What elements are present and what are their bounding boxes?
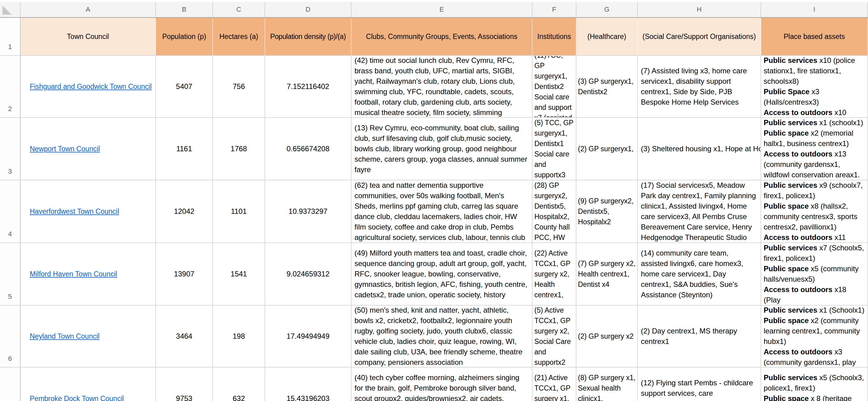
social-care-text: (12) Flying start Pembs - childcare supp… xyxy=(638,377,761,401)
header-population[interactable]: Population (p) xyxy=(156,18,213,56)
council-hyperlink[interactable]: Milford Haven Town Council xyxy=(30,269,117,279)
cell-population-row4[interactable]: 12042 xyxy=(156,180,213,243)
cell-social-care-row3[interactable]: (3) Sheltered housing x1, Hope at Hor xyxy=(638,118,761,180)
asset-segment: Public space x 8 (heritage visitor centr… xyxy=(764,393,865,401)
cell-social-care-row2[interactable]: (7) Assisted living x3, home care servic… xyxy=(638,56,761,118)
column-header-d[interactable]: D xyxy=(265,2,351,17)
cell-clubs-row3[interactable]: (13) Rev Cymru, eco-community, boat club… xyxy=(351,118,532,180)
header-clubs[interactable]: Clubs, Community Groups, Events, Associa… xyxy=(351,18,532,56)
row-number-2[interactable]: 2 xyxy=(0,56,21,118)
cell-density-row6[interactable]: 17.49494949 xyxy=(265,306,351,368)
cell-healthcare-row7[interactable]: (8) GP surgery x1, Sexual health clinicx… xyxy=(577,368,638,401)
cell-clubs-row4[interactable]: (62) tea and natter dementia supportive … xyxy=(351,180,532,243)
cell-institutions-row6[interactable]: (5) Active TCCx1, GP surgery x2, Social … xyxy=(532,306,577,368)
cell-hectares-row4[interactable]: 1101 xyxy=(213,180,265,243)
council-hyperlink[interactable]: Fishguard and Goodwick Town Council xyxy=(30,81,152,92)
column-header-g[interactable]: G xyxy=(577,2,638,17)
cell-council-row7[interactable]: Pembroke Dock Town Council xyxy=(21,368,156,401)
asset-segment: Public space x2 (memorial hallx1, busine… xyxy=(764,128,865,149)
header-healthcare[interactable]: (Healthcare) xyxy=(577,18,638,56)
healthcare-text: (2) GP surgeryx1, xyxy=(577,143,637,155)
row-number-1[interactable]: 1 xyxy=(0,18,21,56)
column-header-h[interactable]: H xyxy=(638,2,761,17)
cell-council-row3[interactable]: Newport Town Council xyxy=(21,118,156,180)
cell-institutions-row5[interactable]: (22) Active TCCx1, GP surgery x2, Health… xyxy=(532,243,577,306)
cell-hectares-row7[interactable]: 632 xyxy=(213,368,265,401)
row-number-3[interactable]: 3 xyxy=(0,118,21,180)
column-header-a[interactable]: A xyxy=(21,2,156,17)
cell-assets-row2[interactable]: Public services x10 (police stationx1, f… xyxy=(761,56,868,118)
asset-segment: Public space x2 (community learning cent… xyxy=(764,315,865,347)
cell-council-row6[interactable]: Neyland Town Council xyxy=(21,306,156,368)
cell-hectares-row3[interactable]: 1768 xyxy=(213,118,265,180)
cell-institutions-row7[interactable]: (21) Active TCCx1, GP surgery x1, Sexual… xyxy=(532,368,577,401)
council-hyperlink[interactable]: Pembroke Dock Town Council xyxy=(30,393,124,401)
healthcare-text: (2) GP surgery x2 xyxy=(577,330,637,342)
cell-council-row2[interactable]: Fishguard and Goodwick Town Council xyxy=(21,56,156,118)
cell-council-row5[interactable]: Milford Haven Town Council xyxy=(21,243,156,306)
column-header-c[interactable]: C xyxy=(213,2,265,17)
header-town-council[interactable]: Town Council xyxy=(21,18,156,56)
cell-density-row5[interactable]: 9.024659312 xyxy=(265,243,351,306)
cell-clubs-row2[interactable]: (42) time out social lunch club, Rev Cym… xyxy=(351,56,532,118)
cell-assets-row4[interactable]: Public services x9 (schoolx7, firex1, po… xyxy=(761,180,868,243)
cell-hectares-row6[interactable]: 198 xyxy=(213,306,265,368)
cell-institutions-row4[interactable]: (28) GP surgeryx2, Dentistx5, Hospitalx2… xyxy=(532,180,577,243)
cell-density-row4[interactable]: 10.9373297 xyxy=(265,180,351,243)
cell-healthcare-row2[interactable]: (3) GP surgeryx1, Dentistx2 xyxy=(577,56,638,118)
cell-social-care-row5[interactable]: (14) community care team, assisted livin… xyxy=(638,243,761,306)
asset-segment: Access to outdoors x18 (Play xyxy=(764,285,865,305)
row-number-6[interactable]: 6 xyxy=(0,306,21,368)
row-number-5[interactable]: 5 xyxy=(0,243,21,306)
header-institutions[interactable]: Institutions xyxy=(532,18,577,56)
cell-clubs-row5[interactable]: (49) Milford youth matters tea and toast… xyxy=(351,243,532,306)
column-header-f[interactable]: F xyxy=(532,2,577,17)
cell-assets-row5[interactable]: Public services x7 (Schoolx5, firex1, po… xyxy=(761,243,868,306)
cell-healthcare-row6[interactable]: (2) GP surgery x2 xyxy=(577,306,638,368)
cell-population-row5[interactable]: 13907 xyxy=(156,243,213,306)
cell-healthcare-row3[interactable]: (2) GP surgeryx1, xyxy=(577,118,638,180)
cell-population-row7[interactable]: 9753 xyxy=(156,368,213,401)
asset-segment: Access to outdoors x3 (community gardens… xyxy=(764,347,865,368)
column-header-b[interactable]: B xyxy=(156,2,213,17)
header-density[interactable]: Population density (p)/(a) xyxy=(265,18,351,56)
cell-clubs-row7[interactable]: (40) tech cyber coffee morning, alzheime… xyxy=(351,368,532,401)
asset-segment: Access to outdoors x13 (community garden… xyxy=(764,149,865,180)
column-header-strip: A B C D E F G H I xyxy=(0,0,868,18)
cell-social-care-row7[interactable]: (12) Flying start Pembs - childcare supp… xyxy=(638,368,761,401)
cell-clubs-row6[interactable]: (50) men's shed, knit and natter, yacht,… xyxy=(351,306,532,368)
clubs-text: (42) time out social lunch club, Rev Cym… xyxy=(351,56,532,118)
header-social-care[interactable]: (Social Care/Support Organisations) xyxy=(638,18,761,56)
cell-institutions-row3[interactable]: (5) TCC, GP surgeryx1, Dentistx1 Social … xyxy=(532,118,577,180)
cell-density-row7[interactable]: 15.43196203 xyxy=(265,368,351,401)
cell-healthcare-row4[interactable]: (9) GP surgeryx2, Dentistx5, Hospitalx2 xyxy=(577,180,638,243)
cell-density-row3[interactable]: 0.656674208 xyxy=(265,118,351,180)
asset-segment: Access to outdoors x10 xyxy=(764,107,865,118)
cell-assets-row3[interactable]: Public services x1 (schoolx1) Public spa… xyxy=(761,118,868,180)
cell-hectares-row5[interactable]: 1541 xyxy=(213,243,265,306)
cell-institutions-row2[interactable]: (11)TCC, GP surgeryx1, Dentistx2 Social … xyxy=(532,56,577,118)
cell-social-care-row6[interactable]: (2) Day centrex1, MS therapy centrex1 xyxy=(638,306,761,368)
council-hyperlink[interactable]: Newport Town Council xyxy=(30,143,100,154)
column-header-i[interactable]: I xyxy=(761,2,868,17)
cell-population-row2[interactable]: 5407 xyxy=(156,56,213,118)
header-hectares[interactable]: Hectares (a) xyxy=(213,18,265,56)
council-hyperlink[interactable]: Neyland Town Council xyxy=(30,331,99,341)
cell-healthcare-row5[interactable]: (7) GP surgery x2, Health centrex1, Dent… xyxy=(577,243,638,306)
cell-hectares-row2[interactable]: 756 xyxy=(213,56,265,118)
cell-council-row4[interactable]: Haverfordwest Town Council xyxy=(21,180,156,243)
column-header-e[interactable]: E xyxy=(351,2,532,17)
row-number-4[interactable]: 4 xyxy=(0,180,21,243)
cell-assets-row6[interactable]: Public services x1 (Schoolx1) Public spa… xyxy=(761,306,868,368)
healthcare-text: (7) GP surgery x2, Health centrex1, Dent… xyxy=(577,258,637,290)
cell-population-row3[interactable]: 1161 xyxy=(156,118,213,180)
row-number-7[interactable]: 7 xyxy=(0,368,21,401)
header-place-based-assets[interactable]: Place based assets xyxy=(761,18,868,56)
council-hyperlink[interactable]: Haverfordwest Town Council xyxy=(30,206,119,216)
cell-population-row6[interactable]: 3464 xyxy=(156,306,213,368)
cell-social-care-row4[interactable]: (17) Social servicesx5, Meadow Park day … xyxy=(638,180,761,243)
cell-density-row2[interactable]: 7.152116402 xyxy=(265,56,351,118)
asset-segment: Public Space x3 (Halls/centresx3) xyxy=(764,87,865,107)
cell-assets-row7[interactable]: Public services x5 (Schoolx3, policex1, … xyxy=(761,368,868,401)
select-all-corner[interactable] xyxy=(0,2,21,17)
